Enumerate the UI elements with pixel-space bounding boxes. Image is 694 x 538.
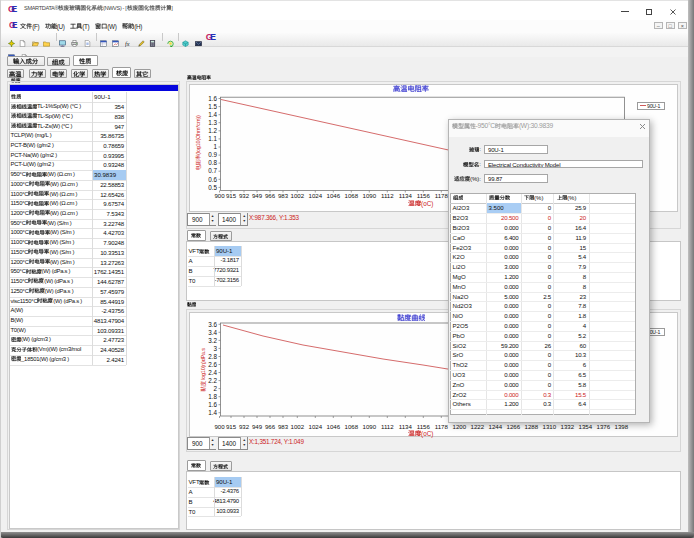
svg-text:1244: 1244 xyxy=(489,423,503,430)
svg-text:1288: 1288 xyxy=(525,423,539,430)
svg-text:1222: 1222 xyxy=(471,423,485,430)
svg-text:1002: 1002 xyxy=(291,192,305,199)
svg-text:1134: 1134 xyxy=(399,423,413,430)
svg-text:1.6: 1.6 xyxy=(208,95,217,102)
svg-text:1178: 1178 xyxy=(435,192,449,199)
svg-text:1354: 1354 xyxy=(579,423,593,430)
svg-text:1046: 1046 xyxy=(327,192,341,199)
svg-text:3.6: 3.6 xyxy=(208,321,217,328)
svg-text:3.2: 3.2 xyxy=(208,337,217,344)
svg-text:1266: 1266 xyxy=(507,423,521,430)
svg-text:915: 915 xyxy=(226,192,237,199)
svg-text:1156: 1156 xyxy=(417,192,431,199)
svg-text:1200: 1200 xyxy=(453,423,467,430)
svg-text:983: 983 xyxy=(278,192,289,199)
svg-text:1068: 1068 xyxy=(345,192,359,199)
svg-text:0.6: 0.6 xyxy=(208,176,217,183)
svg-text:1332: 1332 xyxy=(561,423,575,430)
svg-text:0.8: 0.8 xyxy=(208,159,217,166)
svg-text:1.6: 1.6 xyxy=(208,401,217,408)
svg-text:932: 932 xyxy=(239,192,250,199)
svg-text:1112: 1112 xyxy=(381,423,394,430)
svg-text:1112: 1112 xyxy=(381,192,394,199)
svg-text:1046: 1046 xyxy=(327,423,341,430)
svg-text:949: 949 xyxy=(252,192,263,199)
svg-text:1.4: 1.4 xyxy=(208,111,217,118)
svg-text:1310: 1310 xyxy=(543,423,557,430)
svg-text:2.4: 2.4 xyxy=(208,369,217,376)
svg-text:2: 2 xyxy=(213,385,217,392)
svg-text:932: 932 xyxy=(239,423,250,430)
svg-text:3: 3 xyxy=(213,345,217,352)
svg-text:0.5: 0.5 xyxy=(208,184,217,191)
svg-text:1.4: 1.4 xyxy=(208,409,217,416)
svg-text:900: 900 xyxy=(214,192,225,199)
svg-text:1.8: 1.8 xyxy=(208,393,217,400)
svg-text:1090: 1090 xyxy=(363,192,377,199)
svg-text:1.5: 1.5 xyxy=(208,103,217,110)
svg-text:1090: 1090 xyxy=(363,423,377,430)
svg-text:1.1: 1.1 xyxy=(208,135,217,142)
svg-text:1134: 1134 xyxy=(399,192,413,199)
svg-text:900: 900 xyxy=(214,423,225,430)
svg-text:1376: 1376 xyxy=(597,423,611,430)
svg-text:0.7: 0.7 xyxy=(208,167,217,174)
svg-text:966: 966 xyxy=(265,192,276,199)
svg-text:0.9: 0.9 xyxy=(208,151,217,158)
svg-text:1398: 1398 xyxy=(615,423,629,430)
svg-text:1178: 1178 xyxy=(435,423,449,430)
svg-text:1156: 1156 xyxy=(417,423,431,430)
svg-text:949: 949 xyxy=(252,423,263,430)
svg-text:966: 966 xyxy=(265,423,276,430)
svg-text:1068: 1068 xyxy=(345,423,359,430)
svg-text:2.2: 2.2 xyxy=(208,377,217,384)
svg-text:983: 983 xyxy=(278,423,289,430)
svg-text:fx: fx xyxy=(125,40,130,47)
svg-text:1.2: 1.2 xyxy=(208,127,217,134)
svg-text:2.8: 2.8 xyxy=(208,353,217,360)
svg-text:3.4: 3.4 xyxy=(208,329,217,336)
svg-text:1002: 1002 xyxy=(291,423,305,430)
svg-text:915: 915 xyxy=(226,423,237,430)
svg-text:1024: 1024 xyxy=(309,192,323,199)
svg-text:2.6: 2.6 xyxy=(208,361,217,368)
svg-text:1024: 1024 xyxy=(309,423,323,430)
svg-text:1.3: 1.3 xyxy=(208,119,217,126)
svg-text:1: 1 xyxy=(213,143,217,150)
